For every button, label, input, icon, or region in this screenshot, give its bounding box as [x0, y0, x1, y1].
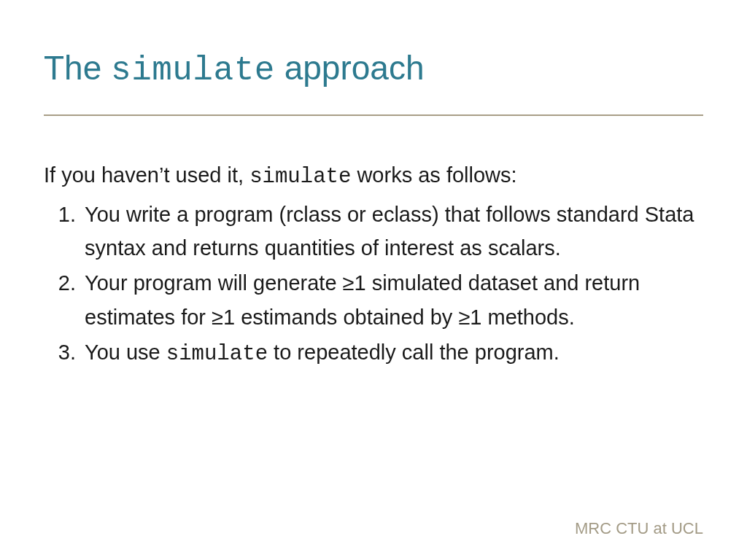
- title-pre: The: [44, 49, 111, 87]
- step-3: You use simulate to repeatedly call the …: [82, 335, 703, 371]
- footer-text: MRC CTU at UCL: [575, 519, 703, 538]
- step-3-pre: You use: [85, 341, 166, 364]
- step-1: You write a program (rclass or eclass) t…: [82, 198, 703, 265]
- intro-pre: If you haven’t used it,: [44, 163, 249, 187]
- step-2: Your program will generate ≥1 simulated …: [82, 266, 703, 334]
- slide: The simulate approach If you haven’t use…: [0, 0, 747, 560]
- step-3-post: to repeatedly call the program.: [268, 341, 560, 364]
- slide-title: The simulate approach: [44, 48, 703, 91]
- intro-line: If you haven’t used it, simulate works a…: [44, 158, 703, 194]
- steps-list: You write a program (rclass or eclass) t…: [44, 198, 703, 372]
- intro-mono: simulate: [249, 165, 351, 189]
- title-mono: simulate: [111, 52, 275, 90]
- body: If you haven’t used it, simulate works a…: [44, 158, 703, 371]
- title-divider: [44, 114, 703, 116]
- intro-post: works as follows:: [351, 163, 516, 187]
- title-post: approach: [275, 49, 425, 87]
- step-3-mono: simulate: [166, 342, 268, 366]
